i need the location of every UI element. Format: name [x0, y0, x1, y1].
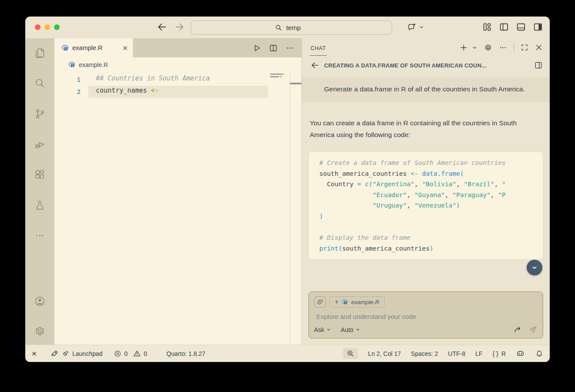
command-center-search[interactable] — [191, 20, 392, 35]
chat-thread-title: CREATING A DATA.FRAME OF SOUTH AMERICAN … — [324, 62, 529, 69]
error-circle-icon — [114, 350, 122, 358]
chevron-down-icon — [531, 264, 538, 271]
chat-panel-title[interactable]: CHAT — [310, 40, 327, 56]
settings-gear-icon[interactable] — [34, 325, 46, 337]
chevron-down-icon — [419, 24, 424, 30]
attach-context-button[interactable] — [314, 296, 326, 308]
activity-bar — [25, 38, 54, 345]
scroll-to-bottom-button[interactable] — [527, 260, 542, 275]
editor-line-text: ## Countries in South America — [96, 74, 210, 85]
eol-label: LF — [475, 350, 482, 357]
editor-more-actions-icon[interactable] — [285, 44, 294, 53]
encoding-setting[interactable]: UTF-8 — [448, 350, 466, 357]
model-dropdown[interactable]: Auto — [341, 326, 360, 333]
customize-layout-icon[interactable] — [482, 22, 492, 32]
status-bar: Launchpad 0 0 Quarto: 1.8.27 Ln 2, Col 1… — [25, 345, 550, 362]
chevron-down-icon — [326, 327, 331, 332]
notifications[interactable] — [535, 349, 544, 358]
send-icon[interactable] — [528, 325, 538, 334]
r-language-icon: R — [342, 299, 348, 305]
navigate-back-icon[interactable] — [157, 22, 167, 32]
run-file-icon[interactable] — [252, 44, 261, 53]
redirect-arrow-icon[interactable] — [513, 325, 522, 334]
tab-example-r[interactable]: R example.R — [54, 38, 133, 57]
line-number: 2 — [54, 88, 81, 95]
problems-indicator[interactable]: 0 0 — [114, 349, 147, 358]
chevron-down-icon — [355, 327, 360, 332]
cursor-position[interactable]: Ln 2, Col 17 — [368, 350, 401, 357]
warning-triangle-icon — [133, 349, 141, 358]
assistant-code-block[interactable]: # Create a data frame of South American … — [308, 151, 543, 260]
editor-line: 2 country_names <- — [54, 86, 301, 98]
split-editor-icon[interactable] — [269, 44, 278, 53]
editor-scrollbar[interactable] — [290, 72, 290, 345]
add-context-icon: + — [335, 298, 338, 306]
extensions-icon[interactable] — [34, 169, 46, 181]
context-chip-example-r[interactable]: + R example.R — [329, 296, 385, 308]
explorer-icon[interactable] — [34, 47, 46, 59]
toggle-secondary-sidebar-icon[interactable] — [533, 22, 543, 32]
new-chat-icon[interactable] — [460, 44, 468, 52]
open-chat-in-editor-icon[interactable] — [534, 61, 543, 70]
navigate-forward-icon[interactable] — [174, 22, 185, 32]
indentation-label: Spaces: 2 — [411, 350, 438, 357]
r-language-icon: R — [68, 61, 75, 68]
testing-icon[interactable] — [34, 199, 46, 211]
run-debug-icon[interactable] — [34, 138, 46, 150]
account-icon[interactable] — [34, 295, 46, 307]
zoom-control[interactable] — [343, 348, 358, 359]
svg-text:R: R — [71, 63, 74, 68]
copilot-icon — [516, 349, 525, 358]
language-mode[interactable]: { } R — [493, 350, 506, 357]
plug-icon — [62, 350, 69, 357]
svg-text:R: R — [344, 300, 348, 305]
paperclip-icon — [317, 298, 324, 305]
close-panel-icon[interactable] — [535, 44, 543, 51]
warning-count: 0 — [144, 350, 147, 357]
chat-input[interactable] — [315, 312, 538, 321]
window-controls — [35, 24, 60, 30]
zoom-window-button[interactable] — [54, 24, 60, 30]
remote-indicator[interactable] — [30, 349, 39, 358]
copilot-status[interactable] — [516, 349, 525, 358]
launchpad-label: Launchpad — [72, 350, 102, 357]
chat-input-container[interactable]: + R example.R Ask Au — [308, 291, 543, 338]
maximize-panel-icon[interactable] — [521, 44, 528, 51]
language-label: R — [501, 350, 506, 357]
breadcrumb[interactable]: R example.R — [54, 57, 301, 72]
chat-more-actions-icon[interactable] — [499, 44, 507, 52]
chevron-down-icon[interactable] — [472, 45, 477, 50]
encoding-label: UTF-8 — [448, 350, 466, 357]
toggle-primary-sidebar-icon[interactable] — [499, 22, 509, 32]
quarto-version[interactable]: Quarto: 1.8.27 — [166, 350, 206, 357]
quarto-label: Quarto: 1.8.27 — [166, 350, 206, 357]
chat-messages[interactable]: Generate a data.frame in R of all of the… — [302, 74, 550, 288]
assistant-message: You can create a data frame in R contain… — [302, 102, 550, 141]
search-view-icon[interactable] — [34, 77, 46, 89]
search-input[interactable] — [285, 23, 308, 32]
launchpad-button[interactable]: Launchpad — [51, 349, 102, 358]
tab-close-icon[interactable] — [122, 45, 129, 51]
chat-mode-dropdown[interactable]: Ask — [314, 326, 331, 333]
code-editor[interactable]: 1 ## Countries in South America 2 countr… — [54, 72, 301, 345]
breadcrumb-file-label: example.R — [79, 61, 108, 68]
source-control-icon[interactable] — [34, 108, 46, 120]
eol-setting[interactable]: LF — [475, 350, 482, 357]
line-number: 1 — [54, 76, 81, 83]
chat-settings-gear-icon[interactable] — [484, 44, 492, 52]
minimize-window-button[interactable] — [44, 24, 50, 30]
toggle-panel-icon[interactable] — [516, 22, 526, 32]
chat-sparkle-icon — [407, 22, 417, 32]
indentation-setting[interactable]: Spaces: 2 — [411, 350, 438, 357]
zoom-in-magnifier-icon — [346, 349, 355, 358]
close-window-button[interactable] — [35, 24, 41, 30]
more-views-icon[interactable] — [34, 230, 46, 241]
editor-line-text: country_names <- — [96, 87, 159, 97]
tab-label: example.R — [72, 44, 102, 51]
chat-menu-button[interactable] — [407, 22, 424, 32]
titlebar — [25, 17, 550, 38]
bell-icon — [535, 349, 544, 358]
rocket-icon — [51, 349, 59, 358]
back-arrow-icon[interactable] — [311, 61, 319, 70]
braces-icon: { } — [493, 350, 498, 357]
